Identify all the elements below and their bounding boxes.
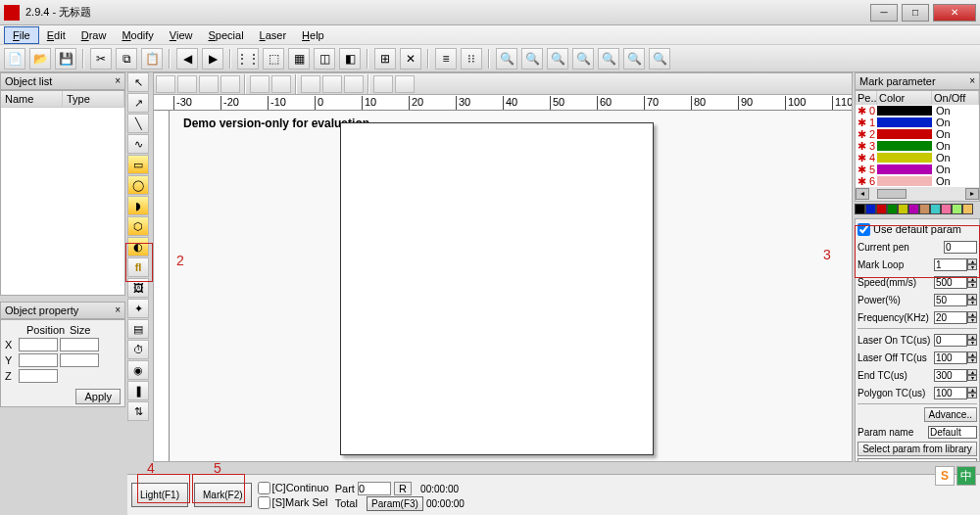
param-button[interactable]: Param(F3) xyxy=(367,496,423,511)
dist-icon[interactable] xyxy=(344,75,364,93)
tool-h-icon[interactable]: ≡ xyxy=(435,48,457,70)
col-name[interactable]: Name xyxy=(1,91,63,107)
copy-icon[interactable]: ⧉ xyxy=(116,48,137,70)
node-icon[interactable]: ↗ xyxy=(127,93,149,113)
zoom-in-icon[interactable]: 🔍 xyxy=(521,48,543,70)
mirror-h-icon[interactable] xyxy=(373,75,393,93)
pen-row[interactable]: ✱ 4On xyxy=(856,152,979,164)
snap-c-icon[interactable] xyxy=(199,75,219,93)
rect-icon[interactable]: ▭ xyxy=(127,155,149,174)
tool-d-icon[interactable]: ◫ xyxy=(314,48,335,70)
menu-file[interactable]: File xyxy=(4,26,39,44)
swatch[interactable] xyxy=(898,204,908,214)
menu-edit[interactable]: Edit xyxy=(39,27,74,43)
swatch[interactable] xyxy=(908,204,919,214)
tool-g-icon[interactable]: ✕ xyxy=(400,48,421,70)
undo-icon[interactable]: ◀ xyxy=(176,48,198,70)
zoom-1-icon[interactable]: 🔍 xyxy=(623,48,645,70)
align-icon[interactable] xyxy=(322,75,342,93)
usedefault-check[interactable] xyxy=(858,223,870,236)
pen-row[interactable]: ✱ 2On xyxy=(856,128,979,140)
redo-icon[interactable]: ▶ xyxy=(202,48,223,70)
swatch[interactable] xyxy=(919,204,930,214)
pos-z-input[interactable] xyxy=(19,369,58,383)
pen-row[interactable]: ✱ 6On xyxy=(856,175,979,187)
circle-icon[interactable]: ◯ xyxy=(127,175,149,195)
ime-z-icon[interactable]: 中 xyxy=(956,466,976,486)
paste-icon[interactable]: 📋 xyxy=(141,48,163,70)
timer-icon[interactable]: ⏱ xyxy=(127,340,149,359)
cut-icon[interactable]: ✂ xyxy=(90,48,112,70)
mark-button[interactable]: Mark(F2) xyxy=(194,483,252,507)
objprop-close-icon[interactable]: × xyxy=(115,304,121,316)
text-icon[interactable]: fI xyxy=(127,258,149,277)
menu-laser[interactable]: Laser xyxy=(252,27,295,43)
power-input[interactable] xyxy=(934,294,967,306)
encoder-icon[interactable]: ❚ xyxy=(127,381,149,400)
snap-b-icon[interactable] xyxy=(177,75,197,93)
group-icon[interactable] xyxy=(301,75,320,93)
swatch[interactable] xyxy=(865,204,876,214)
pen-row[interactable]: ✱ 1On xyxy=(856,117,979,128)
pen-row[interactable]: ✱ 3On xyxy=(856,140,979,152)
tool-f-icon[interactable]: ⊞ xyxy=(374,48,396,70)
minimize-button[interactable]: ─ xyxy=(870,4,898,22)
swatch[interactable] xyxy=(855,204,865,214)
size-y-input[interactable] xyxy=(60,353,99,367)
size-x-input[interactable] xyxy=(60,338,99,351)
laseron-input[interactable] xyxy=(934,334,967,347)
star-icon[interactable]: ◐ xyxy=(127,237,149,257)
hatch-icon[interactable]: ▤ xyxy=(127,319,149,339)
new-icon[interactable]: 📄 xyxy=(4,48,25,70)
select-icon[interactable]: ↖ xyxy=(127,72,149,92)
tool-e-icon[interactable]: ◧ xyxy=(339,48,361,70)
part-input[interactable] xyxy=(358,482,391,495)
artboard[interactable] xyxy=(340,122,654,455)
markparam-close-icon[interactable]: × xyxy=(969,75,975,87)
swatch[interactable] xyxy=(962,204,973,214)
curve-icon[interactable]: ∿ xyxy=(127,134,149,154)
menu-special[interactable]: Special xyxy=(200,27,251,43)
zoom-icon[interactable]: 🔍 xyxy=(496,48,517,70)
mirror-v-icon[interactable] xyxy=(395,75,415,93)
apply-button[interactable]: Apply xyxy=(75,389,121,404)
ellipse-icon[interactable]: ◗ xyxy=(127,196,149,215)
maximize-button[interactable]: □ xyxy=(902,4,929,22)
pen-row[interactable]: ✱ 0On xyxy=(856,105,979,117)
currentpen-input[interactable] xyxy=(944,241,977,254)
unlock-icon[interactable] xyxy=(271,75,291,93)
continuo-check[interactable] xyxy=(258,482,270,494)
paramname-input[interactable] xyxy=(928,426,977,439)
menu-modify[interactable]: Modify xyxy=(114,27,161,43)
poly-input[interactable] xyxy=(934,387,967,399)
snap-a-icon[interactable] xyxy=(156,75,175,93)
objlist-close-icon[interactable]: × xyxy=(115,75,121,87)
r-button[interactable]: R xyxy=(394,482,412,495)
io-icon[interactable]: ◉ xyxy=(127,360,149,380)
ime-s-icon[interactable]: S xyxy=(935,466,955,486)
swatch[interactable] xyxy=(887,204,898,214)
extaxis-icon[interactable]: ⇅ xyxy=(127,401,149,421)
image-icon[interactable]: 🖼 xyxy=(127,278,149,298)
selectlib-button[interactable]: Select param from library xyxy=(858,442,977,456)
zoom-2-icon[interactable]: 🔍 xyxy=(649,48,670,70)
col-type[interactable]: Type xyxy=(63,91,124,107)
freq-input[interactable] xyxy=(934,311,967,324)
zoom-sel-icon[interactable]: 🔍 xyxy=(598,48,619,70)
marksel-check[interactable] xyxy=(258,496,270,509)
vector-icon[interactable]: ✦ xyxy=(127,299,149,318)
close-button[interactable]: ✕ xyxy=(933,4,976,22)
pos-x-input[interactable] xyxy=(19,338,58,351)
open-icon[interactable]: 📂 xyxy=(29,48,51,70)
swatch[interactable] xyxy=(941,204,952,214)
tool-i-icon[interactable]: ⁝⁝ xyxy=(461,48,482,70)
tool-b-icon[interactable]: ⬚ xyxy=(263,48,284,70)
lock-icon[interactable] xyxy=(250,75,270,93)
pen-row[interactable]: ✱ 5On xyxy=(856,164,979,175)
zoom-fit-icon[interactable]: 🔍 xyxy=(572,48,594,70)
menu-draw[interactable]: Draw xyxy=(74,27,115,43)
line-icon[interactable]: ╲ xyxy=(127,114,149,133)
swatch[interactable] xyxy=(952,204,962,214)
zoom-out-icon[interactable]: 🔍 xyxy=(547,48,568,70)
advance-button[interactable]: Advance.. xyxy=(924,407,977,422)
